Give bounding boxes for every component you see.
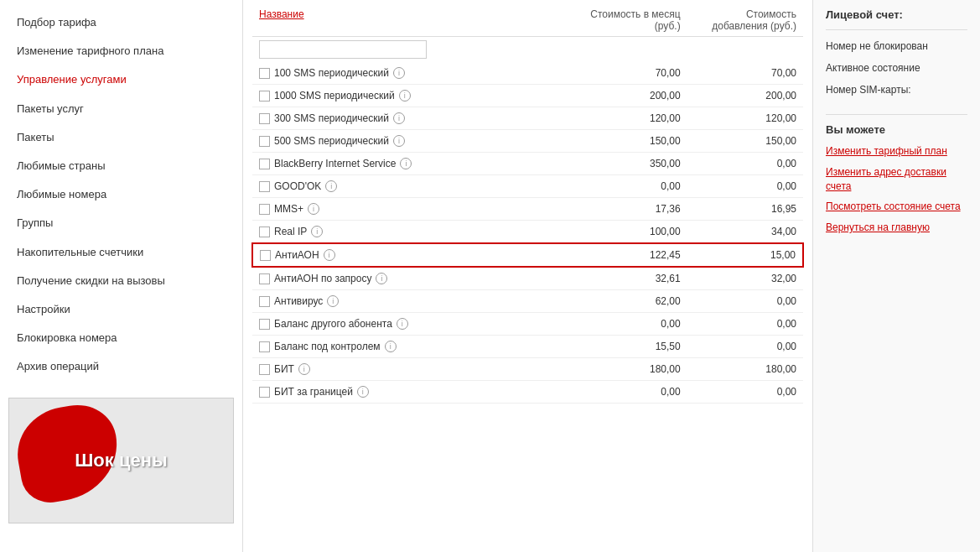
row-name-cell-5: GOOD'OKi	[252, 175, 571, 198]
info-icon-14[interactable]: i	[357, 386, 369, 398]
divider-2	[826, 114, 967, 115]
row-name-text-4: BlackBerry Internet Service	[274, 158, 396, 169]
sidebar-item-0[interactable]: Подбор тарифа	[0, 8, 242, 37]
row-month-5: 0,00	[571, 175, 687, 198]
row-checkbox-2[interactable]	[259, 113, 270, 124]
row-name-text-1: 1000 SMS периодический	[274, 90, 395, 102]
row-name-text-11: Баланс другого абонента	[274, 318, 392, 330]
row-name-cell-11: Баланс другого абонентаi	[252, 313, 571, 336]
info-icon-10[interactable]: i	[327, 295, 339, 307]
info-icon-1[interactable]: i	[399, 90, 411, 102]
row-add-12: 0,00	[687, 336, 803, 358]
info-icon-8[interactable]: i	[324, 249, 335, 261]
table-row: 300 SMS периодическийi120,00120,00	[252, 107, 803, 130]
row-checkbox-8[interactable]	[260, 250, 271, 261]
row-name-text-7: Real IP	[274, 226, 307, 237]
action-link-1[interactable]: Изменить адрес доставки счета	[826, 165, 967, 194]
row-name-text-8: АнтиАОН	[275, 249, 319, 261]
row-checkbox-7[interactable]	[259, 227, 270, 237]
row-add-11: 0,00	[687, 313, 803, 336]
action-link-3[interactable]: Вернуться на главную	[826, 221, 967, 235]
col-header-month: Стоимость в месяц (руб.)	[571, 4, 687, 37]
action-link-2[interactable]: Посмотреть состояние счета	[826, 200, 967, 214]
row-checkbox-13[interactable]	[259, 364, 270, 375]
row-name-text-0: 100 SMS периодический	[274, 67, 389, 79]
row-checkbox-11[interactable]	[259, 319, 270, 330]
filter-cell	[252, 37, 803, 63]
sidebar-item-1[interactable]: Изменение тарифного плана	[0, 37, 242, 65]
sidebar-banner: Шок цены	[8, 398, 234, 523]
table-row: 500 SMS периодическийi150,00150,00	[252, 130, 803, 153]
row-month-0: 70,00	[571, 62, 687, 85]
info-icon-7[interactable]: i	[311, 226, 323, 237]
row-name-cell-12: Баланс под контролемi	[252, 336, 571, 358]
filter-input[interactable]	[259, 40, 427, 59]
sidebar-item-8[interactable]: Накопительные счетчики	[0, 238, 242, 267]
sidebar-item-12[interactable]: Архив операций	[0, 352, 242, 381]
main-content: Название Стоимость в месяц (руб.) Стоимо…	[243, 0, 812, 552]
info-icon-2[interactable]: i	[393, 112, 405, 124]
sidebar-item-3[interactable]: Пакеты услуг	[0, 95, 242, 123]
row-checkbox-1[interactable]	[259, 91, 270, 102]
info-icon-6[interactable]: i	[308, 203, 319, 215]
row-add-2: 120,00	[687, 107, 803, 130]
sidebar-item-5[interactable]: Любимые страны	[0, 152, 242, 180]
row-checkbox-5[interactable]	[259, 181, 270, 192]
info-icon-12[interactable]: i	[385, 341, 397, 352]
sidebar-item-7[interactable]: Группы	[0, 209, 242, 237]
row-checkbox-10[interactable]	[259, 296, 270, 307]
row-month-11: 0,00	[571, 313, 687, 336]
row-checkbox-12[interactable]	[259, 341, 270, 352]
row-name-cell-7: Real IPi	[252, 221, 571, 244]
table-row: GOOD'OKi0,000,00	[252, 175, 803, 198]
sidebar-item-9[interactable]: Получение скидки на вызовы	[0, 267, 242, 295]
sidebar-item-6[interactable]: Любимые номера	[0, 180, 242, 209]
row-add-4: 0,00	[687, 153, 803, 175]
row-add-3: 150,00	[687, 130, 803, 153]
row-name-cell-4: BlackBerry Internet Servicei	[252, 153, 571, 175]
info-icon-4[interactable]: i	[400, 158, 412, 169]
row-checkbox-3[interactable]	[259, 136, 270, 147]
row-add-6: 16,95	[687, 198, 803, 221]
row-checkbox-14[interactable]	[259, 387, 270, 398]
row-month-7: 100,00	[571, 221, 687, 244]
right-panel: Лицевой счет: Номер не блокирован Активн…	[812, 0, 980, 552]
row-add-13: 180,00	[687, 358, 803, 381]
info-icon-11[interactable]: i	[397, 318, 408, 330]
row-checkbox-4[interactable]	[259, 159, 270, 169]
row-name-text-9: АнтиАОН по запросу	[274, 273, 371, 284]
info-icon-0[interactable]: i	[393, 67, 405, 79]
row-name-text-3: 500 SMS периодический	[274, 135, 389, 147]
row-add-7: 34,00	[687, 221, 803, 244]
sidebar-item-2[interactable]: Управление услугами	[0, 65, 242, 94]
col-name-link[interactable]: Название	[259, 8, 304, 20]
action-link-0[interactable]: Изменить тарифный план	[826, 144, 967, 159]
row-name-cell-13: БИТi	[252, 358, 571, 381]
table-row: Real IPi100,0034,00	[252, 221, 803, 244]
row-name-cell-0: 100 SMS периодическийi	[252, 62, 571, 85]
row-add-14: 0,00	[687, 381, 803, 404]
account-section: Лицевой счет: Номер не блокирован Активн…	[826, 8, 967, 97]
info-icon-13[interactable]: i	[298, 363, 310, 375]
sidebar-item-11[interactable]: Блокировка номера	[0, 324, 242, 352]
row-name-cell-9: АнтиАОН по запросуi	[252, 267, 571, 290]
sidebar-item-10[interactable]: Настройки	[0, 295, 242, 324]
sidebar-item-4[interactable]: Пакеты	[0, 123, 242, 152]
row-name-text-5: GOOD'OK	[274, 180, 321, 192]
row-month-8: 122,45	[571, 243, 687, 267]
row-add-0: 70,00	[687, 62, 803, 85]
row-name-text-13: БИТ	[274, 363, 294, 375]
table-row: BlackBerry Internet Servicei350,000,00	[252, 153, 803, 175]
row-month-2: 120,00	[571, 107, 687, 130]
info-icon-3[interactable]: i	[393, 135, 405, 147]
row-checkbox-6[interactable]	[259, 204, 270, 215]
row-name-cell-2: 300 SMS периодическийi	[252, 107, 571, 130]
account-status: Номер не блокирован	[826, 39, 967, 54]
row-checkbox-0[interactable]	[259, 68, 270, 79]
table-row: Баланс под контролемi15,500,00	[252, 336, 803, 358]
row-name-text-14: БИТ за границей	[274, 386, 353, 398]
row-name-cell-14: БИТ за границейi	[252, 381, 571, 404]
info-icon-5[interactable]: i	[325, 180, 337, 192]
row-checkbox-9[interactable]	[259, 273, 270, 284]
info-icon-9[interactable]: i	[376, 273, 387, 284]
